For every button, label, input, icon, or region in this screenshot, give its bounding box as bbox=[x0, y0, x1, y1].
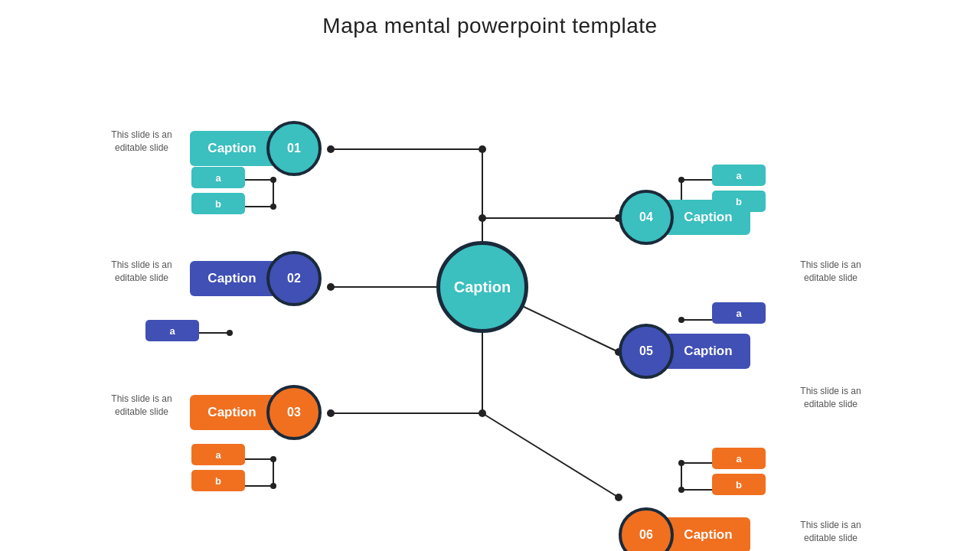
svg-line-35 bbox=[482, 413, 619, 497]
node-03-subitems: a b bbox=[191, 444, 245, 491]
center-label: Caption bbox=[454, 279, 511, 296]
svg-point-36 bbox=[615, 494, 622, 501]
node-04-subitems: a b bbox=[712, 165, 766, 212]
node-05-label: Caption bbox=[666, 334, 750, 369]
node-06-sub-a: a bbox=[712, 448, 766, 469]
node-02-subitems: a bbox=[145, 320, 199, 341]
node-04-side-text: This slide is an editable slide bbox=[796, 259, 865, 285]
svg-point-10 bbox=[327, 283, 335, 291]
svg-point-2 bbox=[327, 145, 335, 153]
node-02-side-text: This slide is an editable slide bbox=[107, 259, 176, 285]
node-06: 06 Caption bbox=[619, 507, 750, 551]
node-05: 05 Caption bbox=[619, 324, 750, 379]
page-title: Mapa mental powerpoint template bbox=[0, 0, 980, 38]
svg-point-39 bbox=[678, 460, 684, 466]
svg-point-25 bbox=[479, 214, 486, 222]
node-04-sub-b: b bbox=[712, 191, 766, 212]
node-01-label: Caption bbox=[190, 131, 274, 166]
node-03-side-text: This slide is an editable slide bbox=[107, 393, 176, 419]
svg-point-19 bbox=[270, 456, 276, 462]
svg-point-16 bbox=[479, 409, 486, 417]
node-01-subitems: a b bbox=[191, 167, 245, 214]
node-03-sub-b: b bbox=[191, 470, 245, 491]
svg-point-15 bbox=[327, 409, 335, 417]
node-03: Caption 03 bbox=[190, 385, 322, 440]
node-06-side-text: This slide is an editable slide bbox=[796, 519, 865, 545]
node-01-side-text: This slide is an editable slide bbox=[107, 129, 176, 155]
node-02: Caption 02 bbox=[190, 251, 322, 306]
svg-point-3 bbox=[479, 145, 486, 153]
svg-point-12 bbox=[227, 330, 233, 336]
center-node: Caption bbox=[436, 241, 528, 333]
node-05-side-text: This slide is an editable slide bbox=[796, 385, 865, 411]
node-02-label: Caption bbox=[190, 261, 274, 296]
node-01-sub-a: a bbox=[191, 167, 245, 188]
node-01-sub-b: b bbox=[191, 193, 245, 214]
node-03-label: Caption bbox=[190, 395, 274, 430]
node-05-subitems: a bbox=[712, 302, 766, 324]
diagram: Caption Caption 01 This slide is an edit… bbox=[0, 46, 980, 551]
svg-point-6 bbox=[270, 177, 276, 183]
svg-point-41 bbox=[678, 487, 684, 493]
svg-point-21 bbox=[270, 483, 276, 489]
node-02-sub-a: a bbox=[145, 320, 199, 341]
svg-point-34 bbox=[678, 317, 684, 323]
node-06-label: Caption bbox=[666, 517, 750, 551]
node-06-sub-b: b bbox=[712, 474, 766, 495]
svg-point-28 bbox=[678, 177, 684, 183]
node-03-sub-a: a bbox=[191, 444, 245, 465]
node-05-sub-a: a bbox=[712, 302, 766, 324]
node-06-subitems: a b bbox=[712, 448, 766, 495]
node-04-sub-a: a bbox=[712, 165, 766, 186]
svg-point-8 bbox=[270, 204, 276, 210]
